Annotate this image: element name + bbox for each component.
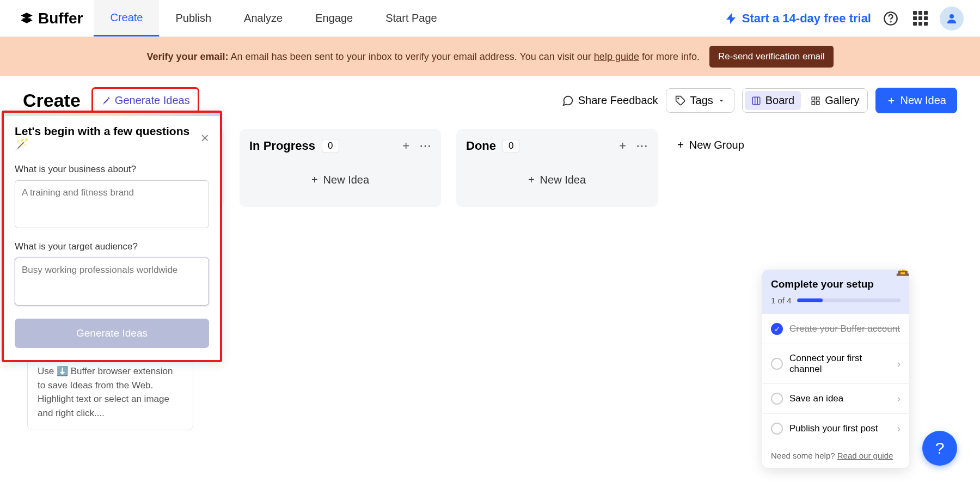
modal-close-button[interactable]: × <box>201 130 209 147</box>
main-nav: Create Publish Analyze Engage Start Page <box>94 0 453 36</box>
help-fab[interactable]: ? <box>922 431 957 466</box>
column-add-button[interactable]: + <box>402 139 409 153</box>
apps-menu[interactable] <box>910 9 930 28</box>
column-header: In Progress 0 + ⋯ <box>249 139 431 153</box>
help-icon[interactable] <box>881 9 901 28</box>
column-inprogress: In Progress 0 + ⋯ + New Idea <box>240 129 441 207</box>
board-icon <box>751 96 761 106</box>
nav-create[interactable]: Create <box>94 0 159 36</box>
buffer-logo-icon <box>20 11 34 26</box>
help-link[interactable]: Read our guide <box>837 451 893 460</box>
trial-text: Start a 14-day free trial <box>742 11 871 26</box>
setup-item-label: Create your Buffer account <box>789 324 900 334</box>
generate-ideas-button[interactable]: Generate Ideas <box>91 87 199 114</box>
page-title: Create <box>23 90 81 111</box>
gallery-label: Gallery <box>825 94 859 107</box>
gallery-icon <box>811 96 820 106</box>
column-more-button[interactable]: ⋯ <box>636 139 648 153</box>
new-group-button[interactable]: + New Group <box>673 129 749 161</box>
card-body: Use ⬇️ Buffer browser extension to save … <box>38 364 183 420</box>
tag-icon <box>675 95 686 106</box>
chevron-down-icon <box>718 97 725 105</box>
nav-start-page[interactable]: Start Page <box>369 0 454 36</box>
lightning-icon <box>725 12 738 25</box>
banner-body: An email has been sent to your inbox to … <box>228 51 593 62</box>
app-header: Buffer Create Publish Analyze Engage Sta… <box>0 0 980 37</box>
gallery-view-button[interactable]: Gallery <box>803 89 867 112</box>
banner-suffix: for more info. <box>639 51 700 62</box>
new-idea-text: New Idea <box>323 174 370 186</box>
modal-body: What is your business about? What is you… <box>15 164 209 348</box>
chevron-right-icon: › <box>897 423 901 435</box>
board-label: Board <box>765 94 794 107</box>
column-more-button[interactable]: ⋯ <box>419 139 431 153</box>
resend-email-button[interactable]: Re-send verification email <box>709 46 834 68</box>
modal-title: Let's begin with a few questions 🪄 <box>15 125 201 151</box>
help-prefix: Need some help? <box>771 451 837 460</box>
svg-rect-7 <box>812 97 814 100</box>
column-count: 0 <box>503 139 519 153</box>
setup-item-label: Publish your first post <box>789 423 878 434</box>
new-idea-link[interactable]: + New Idea <box>249 163 431 197</box>
trophy-icon: 🏆 <box>889 270 909 277</box>
new-idea-link[interactable]: + New Idea <box>466 163 648 197</box>
svg-point-2 <box>950 14 954 19</box>
column-title: Done <box>466 139 496 153</box>
nav-publish[interactable]: Publish <box>159 0 228 36</box>
column-add-button[interactable]: + <box>619 139 626 153</box>
column-actions: + ⋯ <box>619 139 648 153</box>
nav-engage[interactable]: Engage <box>299 0 369 36</box>
progress-fill <box>797 298 823 302</box>
setup-item-account[interactable]: ✓ Create your Buffer account <box>762 314 909 344</box>
logo[interactable]: Buffer <box>20 10 83 27</box>
plus-icon: + <box>677 139 684 151</box>
new-idea-button[interactable]: New Idea <box>875 88 958 113</box>
plus-icon <box>886 96 896 106</box>
banner-prefix: Verify your email: <box>146 51 228 62</box>
generate-ideas-submit[interactable]: Generate Ideas <box>15 319 209 348</box>
check-icon: ✓ <box>771 323 783 335</box>
chevron-right-icon: › <box>897 393 901 405</box>
toolbar-right: Share Feedback Tags Board Gallery New Id… <box>562 88 957 113</box>
setup-title: Complete your setup <box>771 278 901 290</box>
view-toggle: Board Gallery <box>742 88 868 113</box>
apps-icon <box>913 11 928 26</box>
svg-rect-4 <box>752 97 760 105</box>
share-feedback-label: Share Feedback <box>578 94 658 107</box>
nav-analyze[interactable]: Analyze <box>228 0 299 36</box>
wand-icon <box>101 96 111 106</box>
column-header: Done 0 + ⋯ <box>466 139 648 153</box>
setup-item-channel[interactable]: Connect your first channel › <box>762 344 909 383</box>
business-input[interactable] <box>15 180 209 228</box>
board-view-button[interactable]: Board <box>745 91 801 110</box>
generate-ideas-label: Generate Ideas <box>115 94 190 107</box>
check-icon <box>771 423 783 435</box>
new-idea-label: New Idea <box>901 94 947 107</box>
setup-item-post[interactable]: Publish your first post › <box>762 413 909 443</box>
chevron-right-icon: › <box>897 358 901 370</box>
page-toolbar: Create Generate Ideas Share Feedback Tag… <box>0 76 980 114</box>
user-avatar[interactable] <box>940 7 964 30</box>
audience-input[interactable] <box>15 258 209 306</box>
column-count: 0 <box>322 139 339 153</box>
setup-footer: Need some help? Read our guide <box>762 443 909 468</box>
logo-text: Buffer <box>38 10 83 27</box>
setup-item-idea[interactable]: Save an idea › <box>762 383 909 413</box>
banner-help-link[interactable]: help guide <box>594 51 639 62</box>
plus-icon: + <box>528 174 535 186</box>
svg-point-3 <box>678 98 679 99</box>
setup-panel: 🏆 Complete your setup 1 of 4 ✓ Create yo… <box>762 270 909 468</box>
setup-item-label: Connect your first channel <box>789 353 891 375</box>
svg-rect-10 <box>817 101 819 104</box>
generate-ideas-modal: Let's begin with a few questions 🪄 × Wha… <box>2 111 222 362</box>
trial-link[interactable]: Start a 14-day free trial <box>725 11 871 26</box>
setup-count: 1 of 4 <box>771 296 792 305</box>
tags-button[interactable]: Tags <box>666 88 734 113</box>
svg-rect-8 <box>817 97 819 100</box>
new-group-label: New Group <box>689 139 744 151</box>
banner-text: Verify your email: An email has been sen… <box>146 51 700 63</box>
new-idea-text: New Idea <box>540 174 586 186</box>
share-feedback-button[interactable]: Share Feedback <box>562 94 658 107</box>
plus-icon: + <box>311 174 318 186</box>
setup-progress: 1 of 4 <box>771 296 901 305</box>
